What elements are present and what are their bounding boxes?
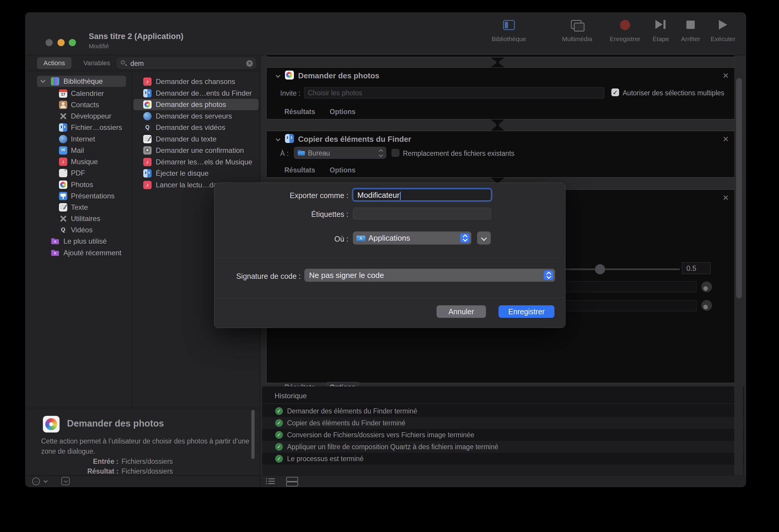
globe-icon [143,112,152,120]
workflow-scrollbar[interactable] [734,55,743,476]
results-link[interactable]: Résultats [284,108,315,116]
search-input[interactable]: dem ✕ [117,58,255,68]
sidebar-item-presentations[interactable]: Présentations [25,190,131,202]
workflow-block-partial [266,54,735,57]
save-button[interactable]: Enregistrer [498,305,554,318]
popup-stepper-icon [379,150,383,157]
tags-field[interactable] [353,208,491,220]
action-item[interactable]: Demander une confirmation [132,145,260,156]
close-window-button[interactable] [46,39,53,46]
more-options-icon[interactable]: ⋯ [32,477,40,485]
history-row[interactable]: ✓ Le processus est terminé 14.143 second… [262,453,744,465]
description-result-label: Résultat : [41,467,119,475]
slider-knob[interactable] [595,264,605,274]
desktop: Sans titre 2 (Application) Modifié Bibli… [0,0,779,532]
action-item[interactable]: ♪ Demander des chansons [132,76,260,87]
results-link[interactable]: Résultats [284,166,315,174]
close-icon[interactable]: ✕ [722,135,729,144]
where-label: Où : [218,235,348,243]
tab-actions[interactable]: Actions [37,57,71,69]
cancel-button[interactable]: Annuler [436,305,486,318]
multi-select-checkbox[interactable]: ✓ [611,88,619,96]
history-row[interactable]: ✓ Copier des éléments du Finder terminé … [262,417,744,429]
action-item[interactable]: Éjecter le disque [132,168,260,179]
options-link[interactable]: Options [329,166,356,174]
where-popup[interactable]: Applications [353,231,471,245]
action-item-selected[interactable]: Demander des photos [132,99,260,110]
collapse-chevron-icon[interactable] [276,73,281,78]
sidebar-item-internet[interactable]: Internet [25,133,131,145]
toolbar-run-button[interactable]: Exécuter [701,20,745,43]
tags-label: Étiquettes : [218,210,348,219]
sidebar-item-pdf[interactable]: PDF [25,167,131,179]
history-row[interactable]: ✓ Demander des éléments du Finder termin… [262,405,744,417]
toolbar-media-button[interactable]: Multimédia [555,20,599,43]
success-check-icon: ✓ [275,443,283,451]
sidebar-item-videos[interactable]: Q Vidéos [25,224,131,236]
description-scrollbar[interactable] [251,410,255,459]
sidebar-item-le-plus-utilise[interactable]: Le plus utilisé [25,236,131,247]
action-item[interactable]: Demander de…ents du Finder [132,87,260,99]
history-row[interactable]: ✓ Appliquer un filtre de composition Qua… [262,441,744,453]
sidebar-item-mail[interactable]: ✉ Mail [25,145,131,156]
panels-view-icon[interactable] [286,477,297,486]
options-link[interactable]: Options [329,108,356,116]
description-input-label: Entrée : [41,458,119,466]
workflow-bottom-bar [260,475,746,487]
chevron-down-icon[interactable] [44,479,48,483]
action-item[interactable]: Q Demander des vidéos [132,122,260,133]
quicktime-icon: Q [143,123,152,132]
library-books-icon [51,77,59,85]
action-item[interactable]: Demander des serveurs [132,111,260,122]
applications-folder-icon [356,234,365,242]
destination-popup[interactable]: Bureau [294,147,386,159]
sidebar-item-developpeur[interactable]: Développeur [25,111,131,122]
photos-icon [59,180,67,189]
action-item[interactable]: Demander du texte [132,133,260,145]
pdf-icon [59,169,67,177]
collapse-chevron-icon[interactable] [276,137,281,141]
invite-text-field[interactable]: Choisir les photos [304,87,604,99]
record-icon [620,20,630,30]
title-bar: Sans titre 2 (Application) Modifié Bibli… [25,13,746,55]
play-icon [719,20,727,29]
sidebar-item-calendrier[interactable]: Calendrier [25,88,131,99]
success-check-icon: ✓ [275,407,283,415]
expand-dialog-button[interactable] [477,231,491,245]
replace-existing-checkbox[interactable] [392,149,399,157]
sidebar-item-texte[interactable]: Texte [25,202,131,213]
codesign-popup[interactable]: Ne pas signer le code [304,269,555,282]
zoom-window-button[interactable] [69,39,76,46]
photos-icon [143,100,152,109]
sidebar-item-photos[interactable]: Photos [25,179,131,190]
sidebar-item-ajoute-recemment[interactable]: Ajouté récemment [25,247,131,258]
smart-folder-icon [51,249,59,257]
calendar-icon [59,90,67,98]
description-input-value: Fichiers/dossiers [121,458,173,466]
clear-search-icon[interactable]: ✕ [246,60,253,67]
export-name-field[interactable]: Modificateur [353,189,491,201]
close-icon[interactable]: ✕ [722,193,729,202]
sidebar-item-contacts[interactable]: Contacts [25,99,131,111]
toolbar-library-button[interactable]: Bibliothèque [487,20,531,43]
scrollbar-thumb[interactable] [736,78,742,298]
divider [25,71,260,71]
action-item[interactable]: ♪ Démarrer les…els de Musique [132,157,260,168]
color-well-icon[interactable] [701,300,712,311]
list-view-icon[interactable] [266,478,275,485]
history-row-empty [262,465,744,477]
history-row[interactable]: ✓ Conversion de Fichiers/dossiers vers F… [262,429,744,441]
workflow-select-icon[interactable] [61,477,70,485]
sidebar-item-fichiers-dossiers[interactable]: Fichier…ossiers [25,122,131,133]
library-bottom-bar: ⋯ [25,475,260,487]
sidebar-item-utilitaires[interactable]: Utilitaires [25,213,131,224]
color-well-icon[interactable] [701,282,712,292]
sidebar-item-musique[interactable]: ♪ Musique [25,156,131,167]
tab-variables[interactable]: Variables [77,57,117,69]
close-icon[interactable]: ✕ [722,71,729,80]
sidebar-item-bibliotheque[interactable]: Bibliothèque [25,76,131,87]
history-title: Historique [275,392,307,400]
text-caret [400,192,401,200]
slider-value-field[interactable]: 0.5 [682,262,711,274]
minimize-window-button[interactable] [57,39,65,46]
